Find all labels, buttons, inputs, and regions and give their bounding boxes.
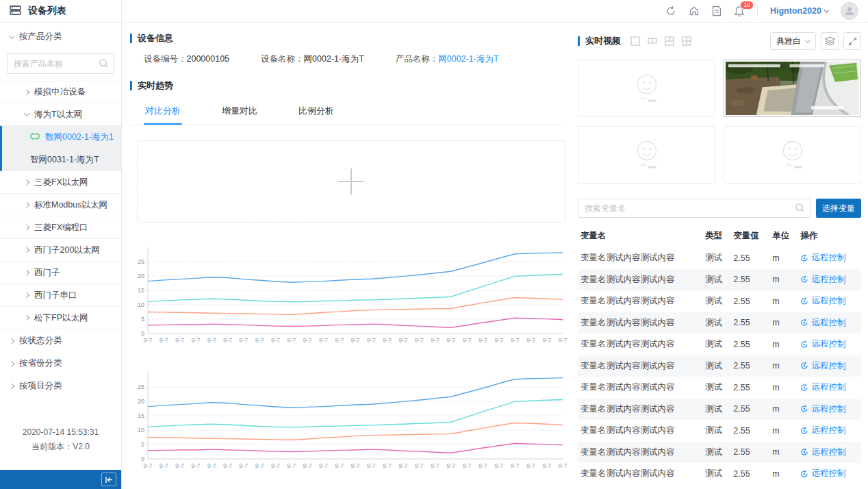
chevron-down-icon xyxy=(24,110,29,116)
remote-control-link[interactable]: 远程控制 xyxy=(800,468,845,479)
tab-对比分析[interactable]: 对比分析 xyxy=(144,99,182,125)
svg-text:9-7: 9-7 xyxy=(463,337,472,344)
device-info-title-text: 设备信息 xyxy=(138,32,173,45)
video-tile-live[interactable] xyxy=(724,60,861,117)
cell-type: 测试 xyxy=(702,355,730,377)
cell-value: 2.55 xyxy=(730,334,769,355)
svg-text:9-7: 9-7 xyxy=(350,462,359,469)
video-tile-empty[interactable] xyxy=(578,126,715,184)
add-chart-dropzone[interactable] xyxy=(137,140,565,223)
tree-item-西门子200以太网[interactable]: 西门子200以太网 xyxy=(0,239,121,262)
svg-text:9-7: 9-7 xyxy=(319,462,328,469)
svg-text:9-7: 9-7 xyxy=(398,462,407,469)
remote-control-link[interactable]: 远程控制 xyxy=(800,338,845,350)
tree-item-模拟中冶设备[interactable]: 模拟中冶设备 xyxy=(0,81,121,103)
tree-item-标准Modbus以太网[interactable]: 标准Modbus以太网 xyxy=(0,194,121,216)
variable-search-input[interactable] xyxy=(578,199,810,218)
svg-text:5: 5 xyxy=(141,316,144,323)
chevron-right-icon xyxy=(24,225,29,230)
select-variable-button[interactable]: 选择变量 xyxy=(816,199,861,218)
tree-item-海为T以太网[interactable]: 海为T以太网 xyxy=(0,103,121,126)
svg-text:9-7: 9-7 xyxy=(207,337,216,344)
refresh-icon[interactable] xyxy=(665,5,676,16)
tree-item-西门子[interactable]: 西门子 xyxy=(0,262,121,284)
remote-control-link[interactable]: 远程控制 xyxy=(800,360,845,372)
sidebar-collapse-bar[interactable] xyxy=(0,470,121,489)
table-row: 变量名测试内容测试内容测试2.55m远程控制 xyxy=(578,377,861,399)
tree-item-松下FP以太网[interactable]: 松下FP以太网 xyxy=(0,307,121,329)
cell-unit: m xyxy=(769,247,797,269)
tree-item-西门子串口[interactable]: 西门子串口 xyxy=(0,284,121,307)
remote-control-link[interactable]: 远程控制 xyxy=(800,317,845,329)
tree-item-label: 西门子200以太网 xyxy=(34,244,100,256)
svg-text:9-7: 9-7 xyxy=(367,337,376,344)
svg-text:9-7: 9-7 xyxy=(494,462,503,469)
tree-item-三菱FX编程口[interactable]: 三菱FX编程口 xyxy=(0,216,121,239)
collapse-sidebar-icon[interactable] xyxy=(101,473,116,486)
remote-control-label: 远程控制 xyxy=(811,403,845,415)
info-field-label: 设备名称： xyxy=(261,54,304,64)
remote-control-label: 远程控制 xyxy=(811,425,845,436)
tab-比例分析[interactable]: 比例分析 xyxy=(297,99,335,125)
svg-text:9-7: 9-7 xyxy=(175,462,184,469)
cell-unit: m xyxy=(769,463,797,485)
layout-two-icon[interactable] xyxy=(648,36,657,46)
svg-text:9-7: 9-7 xyxy=(159,337,168,344)
cell-unit: m xyxy=(769,334,797,355)
remote-control-link[interactable]: 远程控制 xyxy=(800,381,845,393)
cell-type: 测试 xyxy=(702,442,730,464)
svg-text:9-7: 9-7 xyxy=(415,462,424,469)
tree-item-智网0031-1-海为T[interactable]: 智网0031-1-海为T xyxy=(0,149,121,171)
variables-table: 变量名类型变量值单位操作 变量名测试内容测试内容测试2.55m远程控制变量名测试… xyxy=(578,226,861,485)
product-name-link[interactable]: 网0002-1-海为T xyxy=(438,54,498,64)
tree-item-label: 西门子 xyxy=(34,267,60,279)
tree-item-按状态分类[interactable]: 按状态分类 xyxy=(0,329,121,352)
tree-item-label: 三菱FX以太网 xyxy=(34,177,88,188)
layout-single-icon[interactable] xyxy=(630,36,640,46)
remote-control-link[interactable]: 远程控制 xyxy=(800,425,845,436)
sidebar-header: 设备列表 xyxy=(0,0,121,23)
tree-item-按产品分类[interactable]: 按产品分类 xyxy=(0,25,121,48)
cell-value: 2.55 xyxy=(730,355,769,377)
table-row: 变量名测试内容测试内容测试2.55m远程控制 xyxy=(578,463,861,485)
layers-button[interactable] xyxy=(821,32,839,50)
trend-title-text: 实时趋势 xyxy=(138,79,173,92)
remote-control-link[interactable]: 远程控制 xyxy=(800,447,845,458)
tree-item-按省份分类[interactable]: 按省份分类 xyxy=(0,352,121,375)
tree-item-三菱FX以太网[interactable]: 三菱FX以太网 xyxy=(0,171,121,194)
video-tile-empty[interactable] xyxy=(724,126,861,184)
cell-unit: m xyxy=(769,442,797,464)
tree-item-按项目分类[interactable]: 按项目分类 xyxy=(0,375,121,397)
layout-three-icon[interactable] xyxy=(665,36,674,46)
cell-type: 测试 xyxy=(702,334,730,355)
remote-control-icon xyxy=(800,427,808,435)
home-icon[interactable] xyxy=(689,5,700,16)
search-icon xyxy=(795,203,805,215)
svg-text:9-7: 9-7 xyxy=(542,337,551,344)
remote-control-link[interactable]: 远程控制 xyxy=(800,252,845,264)
chart-line-series-2 xyxy=(148,275,563,302)
remote-control-link[interactable]: 远程控制 xyxy=(800,274,845,286)
svg-text:9-7: 9-7 xyxy=(303,462,312,469)
svg-text:0: 0 xyxy=(141,455,144,462)
tree-item-label: 按省份分类 xyxy=(19,358,62,369)
tree-item-label: 三菱FX编程口 xyxy=(34,222,88,234)
document-icon[interactable] xyxy=(712,5,722,16)
layout-four-icon[interactable] xyxy=(682,36,691,46)
avatar[interactable] xyxy=(841,2,858,20)
cell-unit: m xyxy=(769,312,797,334)
remote-control-link[interactable]: 远程控制 xyxy=(800,403,845,415)
notification-bell-icon[interactable]: 10 xyxy=(734,5,745,17)
theme-select[interactable]: 典雅白 xyxy=(770,32,816,50)
section-marker xyxy=(578,36,580,46)
column-header-类型: 类型 xyxy=(702,226,730,247)
svg-text:9-7: 9-7 xyxy=(511,462,520,469)
section-marker xyxy=(130,81,132,90)
tree-item-数网0002-1-海为1[interactable]: 数网0002-1-海为1 xyxy=(0,126,121,149)
fullscreen-button[interactable] xyxy=(843,32,861,50)
column-header-单位: 单位 xyxy=(769,226,797,247)
remote-control-link[interactable]: 远程控制 xyxy=(800,295,845,307)
tab-增量对比[interactable]: 增量对比 xyxy=(220,99,259,125)
user-menu[interactable]: Hignton2020 xyxy=(770,6,828,16)
video-tile-empty[interactable] xyxy=(578,60,715,117)
